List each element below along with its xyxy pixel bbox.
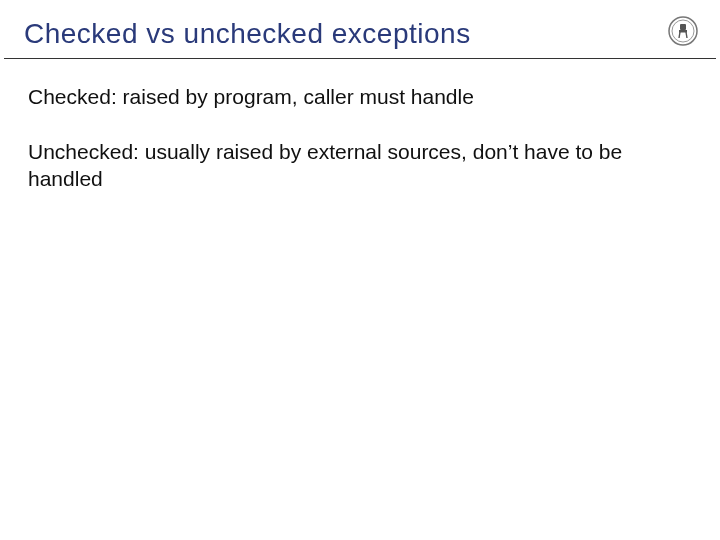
slide: Checked vs unchecked exceptions Checked:… [0, 0, 720, 540]
header-divider [4, 58, 716, 59]
svg-rect-2 [680, 24, 686, 30]
paragraph-checked: Checked: raised by program, caller must … [28, 84, 692, 111]
paragraph-unchecked: Unchecked: usually raised by external so… [28, 139, 692, 193]
slide-body: Checked: raised by program, caller must … [0, 56, 720, 193]
slide-header: Checked vs unchecked exceptions [0, 0, 720, 56]
chair-logo-icon [668, 16, 698, 46]
slide-title: Checked vs unchecked exceptions [24, 18, 696, 50]
svg-line-5 [686, 32, 687, 38]
svg-line-4 [679, 32, 680, 38]
